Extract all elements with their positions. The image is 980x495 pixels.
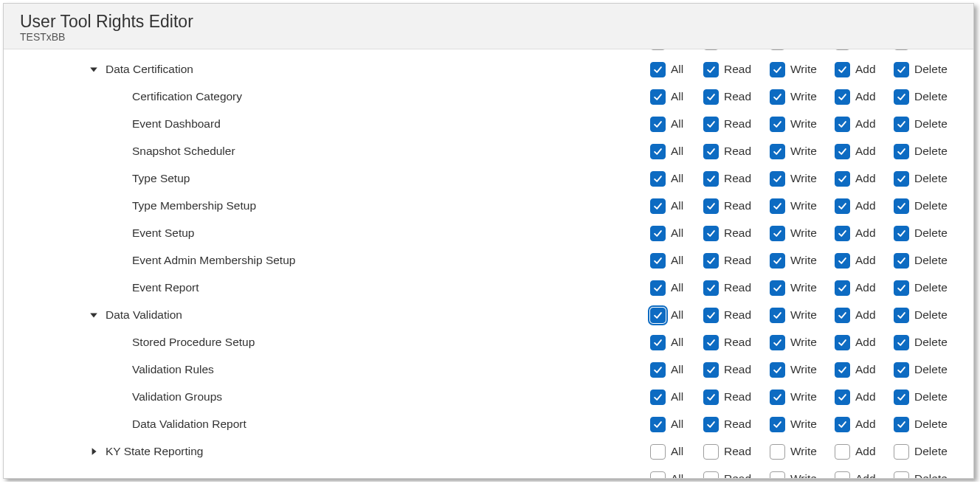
read-checkbox[interactable]: [703, 417, 719, 432]
all-checkbox[interactable]: [650, 226, 666, 241]
read-checkbox[interactable]: [703, 253, 719, 269]
all-checkbox[interactable]: [650, 253, 666, 269]
write-checkbox[interactable]: [770, 144, 785, 159]
add-checkbox[interactable]: [835, 390, 850, 405]
write-checkbox[interactable]: [770, 417, 785, 432]
delete-checkbox[interactable]: [894, 253, 909, 269]
write-checkbox[interactable]: [770, 362, 785, 378]
delete-checkbox[interactable]: [894, 280, 909, 296]
delete-checkbox[interactable]: [894, 89, 909, 105]
write-checkbox[interactable]: [770, 280, 785, 296]
delete-checkbox[interactable]: [894, 308, 909, 323]
add-checkbox[interactable]: [835, 362, 850, 378]
add-checkbox[interactable]: [835, 49, 850, 50]
all-checkbox[interactable]: [650, 49, 666, 50]
delete-checkbox[interactable]: [894, 144, 909, 159]
delete-checkbox[interactable]: [894, 335, 909, 350]
read-checkbox[interactable]: [703, 198, 719, 214]
add-checkbox[interactable]: [835, 117, 850, 132]
delete-checkbox[interactable]: [894, 117, 909, 132]
add-checkbox[interactable]: [835, 253, 850, 269]
all-checkbox[interactable]: [650, 417, 666, 432]
delete-checkbox[interactable]: [894, 198, 909, 214]
add-checkbox[interactable]: [835, 417, 850, 432]
tree-item-label[interactable]: Validation Rules: [132, 363, 214, 376]
add-checkbox[interactable]: [835, 280, 850, 296]
tree-item-label[interactable]: Event Admin Membership Setup: [132, 254, 295, 267]
read-checkbox[interactable]: [703, 226, 719, 241]
write-checkbox[interactable]: [770, 308, 785, 323]
all-checkbox[interactable]: [650, 144, 666, 159]
tree-item-label[interactable]: Type Setup: [132, 172, 190, 185]
tree-item-label[interactable]: Event Setup: [132, 226, 194, 240]
tree-item-label[interactable]: KY State Reporting: [106, 445, 203, 458]
add-checkbox[interactable]: [835, 335, 850, 350]
write-checkbox[interactable]: [770, 198, 785, 214]
tree-item-label[interactable]: Data Validation: [106, 308, 182, 322]
add-checkbox[interactable]: [835, 226, 850, 241]
delete-checkbox[interactable]: [894, 49, 909, 50]
all-checkbox[interactable]: [650, 198, 666, 214]
write-checkbox[interactable]: [770, 253, 785, 269]
add-checkbox[interactable]: [835, 471, 850, 478]
write-checkbox[interactable]: [770, 62, 785, 77]
delete-checkbox[interactable]: [894, 417, 909, 432]
read-checkbox[interactable]: [703, 171, 719, 187]
all-checkbox[interactable]: [650, 308, 666, 323]
write-checkbox[interactable]: [770, 49, 785, 50]
tree-item-label[interactable]: Validation Groups: [132, 390, 222, 404]
all-checkbox[interactable]: [650, 171, 666, 187]
tree-item-label[interactable]: Event Dashboard: [132, 117, 221, 131]
tree-item-label[interactable]: Snapshot Scheduler: [132, 145, 235, 158]
read-checkbox[interactable]: [703, 444, 719, 460]
all-checkbox[interactable]: [650, 390, 666, 405]
all-checkbox[interactable]: [650, 471, 666, 478]
tree-item-label[interactable]: Event Report: [132, 281, 199, 294]
delete-checkbox[interactable]: [894, 444, 909, 460]
read-checkbox[interactable]: [703, 62, 719, 77]
read-checkbox[interactable]: [703, 117, 719, 132]
all-checkbox[interactable]: [650, 280, 666, 296]
write-checkbox[interactable]: [770, 444, 785, 460]
add-checkbox[interactable]: [835, 89, 850, 105]
tree-item-label[interactable]: Data Validation Report: [132, 418, 246, 431]
add-checkbox[interactable]: [835, 444, 850, 460]
delete-checkbox[interactable]: [894, 390, 909, 405]
tree-item-label[interactable]: Certification Category: [132, 90, 242, 103]
tree-item-label[interactable]: Data Certification: [106, 63, 193, 76]
expand-collapse-icon[interactable]: [86, 447, 101, 456]
read-checkbox[interactable]: [703, 49, 719, 50]
read-checkbox[interactable]: [703, 471, 719, 478]
write-checkbox[interactable]: [770, 117, 785, 132]
read-checkbox[interactable]: [703, 308, 719, 323]
add-checkbox[interactable]: [835, 198, 850, 214]
expand-collapse-icon[interactable]: [86, 311, 101, 319]
all-checkbox[interactable]: [650, 362, 666, 378]
expand-collapse-icon[interactable]: [86, 65, 101, 74]
write-checkbox[interactable]: [770, 471, 785, 478]
all-checkbox[interactable]: [650, 62, 666, 77]
all-checkbox[interactable]: [650, 335, 666, 350]
all-checkbox[interactable]: [650, 444, 666, 460]
all-checkbox[interactable]: [650, 117, 666, 132]
delete-checkbox[interactable]: [894, 362, 909, 378]
write-checkbox[interactable]: [770, 226, 785, 241]
read-checkbox[interactable]: [703, 89, 719, 105]
read-checkbox[interactable]: [703, 144, 719, 159]
tree-item-label[interactable]: Stored Procedure Setup: [132, 336, 255, 349]
read-checkbox[interactable]: [703, 280, 719, 296]
write-checkbox[interactable]: [770, 171, 785, 187]
read-checkbox[interactable]: [703, 335, 719, 350]
add-checkbox[interactable]: [835, 308, 850, 323]
delete-checkbox[interactable]: [894, 471, 909, 478]
tree-item-label[interactable]: Type Membership Setup: [132, 199, 256, 212]
delete-checkbox[interactable]: [894, 226, 909, 241]
read-checkbox[interactable]: [703, 362, 719, 378]
read-checkbox[interactable]: [703, 390, 719, 405]
add-checkbox[interactable]: [835, 62, 850, 77]
write-checkbox[interactable]: [770, 89, 785, 105]
add-checkbox[interactable]: [835, 144, 850, 159]
delete-checkbox[interactable]: [894, 171, 909, 187]
add-checkbox[interactable]: [835, 171, 850, 187]
write-checkbox[interactable]: [770, 390, 785, 405]
